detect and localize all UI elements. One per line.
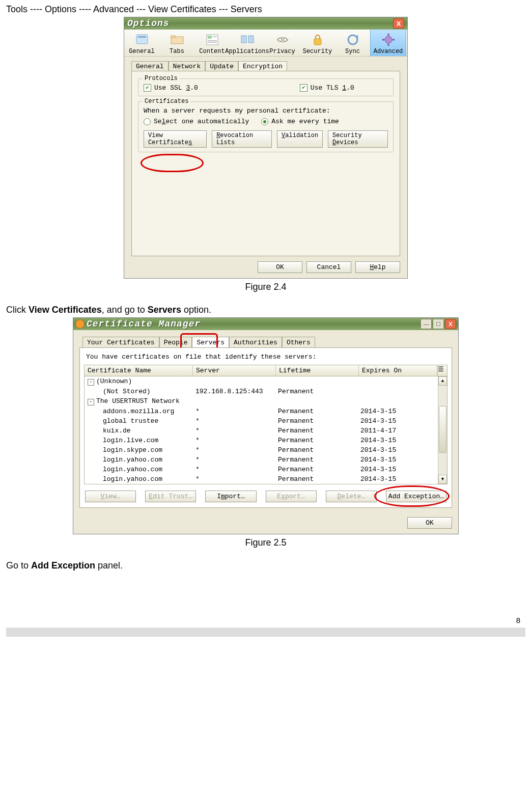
breadcrumb-line: Tools ---- Options ---- Advanced --- Vie… (6, 4, 525, 15)
table-row[interactable]: login.skype.com*Permanent2014-3-15 (85, 445, 438, 455)
options-titlebar: Options X (124, 17, 407, 30)
scroll-thumb[interactable] (439, 406, 446, 453)
security-icon (309, 33, 326, 47)
close-icon[interactable]: X (445, 319, 456, 329)
export-button[interactable]: Export… (266, 491, 317, 502)
security-devices-button[interactable]: Security Devices (328, 130, 388, 148)
edit-trust-button[interactable]: Edit Trust… (145, 491, 196, 502)
tool-security[interactable]: Security (300, 30, 335, 56)
cert-manager-title: Certificate Manager (87, 319, 418, 329)
radio-auto[interactable]: Select one automatically (144, 118, 249, 125)
minimize-icon[interactable]: — (421, 319, 432, 329)
validation-button[interactable]: Validation (277, 130, 323, 148)
svg-point-15 (385, 36, 392, 43)
tab-servers[interactable]: Servers (192, 337, 229, 348)
radio-ask-label: Ask me every time (271, 118, 339, 125)
subtab-update[interactable]: Update (205, 61, 238, 71)
view-certificates-button[interactable]: View Certificates (144, 130, 207, 148)
table-row[interactable]: -The USERTRUST Network (85, 396, 438, 406)
collapse-icon[interactable]: - (88, 399, 94, 405)
options-window: Options X General Tabs Content Applicati… (124, 17, 408, 279)
page-number: 8 (6, 616, 525, 625)
cancel-button[interactable]: Cancel (306, 261, 351, 273)
subtab-network[interactable]: Network (169, 61, 206, 71)
tool-sync[interactable]: Sync (335, 30, 370, 56)
paragraph-3: Go to Add Exception panel. (6, 560, 525, 571)
firefox-icon (75, 319, 85, 329)
delete-button[interactable]: Delete… (326, 491, 377, 502)
scrollbar[interactable]: ▲ ▼ (438, 376, 447, 484)
tab-your-certificates[interactable]: Your Certificates (82, 337, 159, 348)
options-toolbar: General Tabs Content Applications Privac… (124, 30, 407, 57)
col-certificate-name[interactable]: Certificate Name (85, 365, 193, 376)
servers-panel: You have certificates on file that ident… (79, 347, 452, 508)
tls-check-row[interactable]: ✔ Use TLS 1.0 (300, 84, 354, 92)
tool-applications[interactable]: Applications (230, 30, 265, 56)
protocols-legend: Protocols (143, 75, 180, 82)
revocation-lists-button[interactable]: Revocation Lists (212, 130, 272, 148)
maximize-icon[interactable]: ☐ (433, 319, 444, 329)
table-row[interactable]: global trustee*Permanent2014-3-15 (85, 416, 438, 426)
tool-privacy[interactable]: Privacy (265, 30, 300, 56)
radio-icon (261, 118, 268, 125)
close-icon[interactable]: X (393, 18, 404, 29)
certificate-manager-window: Certificate Manager — ☐ X Your Certifica… (73, 317, 459, 534)
subtab-general[interactable]: General (131, 61, 169, 71)
footer-bar (6, 628, 525, 637)
sync-icon (344, 33, 361, 47)
svg-rect-10 (248, 36, 254, 43)
subtab-encryption[interactable]: Encryption (238, 61, 287, 71)
svg-rect-3 (171, 36, 175, 38)
scroll-up-icon[interactable]: ▲ (438, 376, 447, 386)
table-row[interactable]: kuix.de*Permanent2011-4-17 (85, 426, 438, 436)
tool-label: Content (199, 48, 225, 55)
tab-authorities[interactable]: Authorities (229, 337, 282, 348)
ok-button[interactable]: OK (258, 261, 302, 273)
ssl-check-row[interactable]: ✔ Use SSL 3.0 (144, 84, 198, 92)
figure-2-5-caption: Figure 2.5 (6, 537, 525, 548)
certificates-legend: Certificates (143, 98, 190, 105)
encryption-pane: Protocols ✔ Use SSL 3.0 ✔ Use TLS 1.0 Ce… (131, 71, 400, 256)
applications-icon (239, 33, 256, 47)
svg-rect-1 (138, 36, 146, 38)
protocols-group: Protocols ✔ Use SSL 3.0 ✔ Use TLS 1.0 (138, 78, 394, 96)
svg-point-12 (284, 38, 287, 41)
ok-button[interactable]: OK (407, 517, 452, 529)
col-expires-on[interactable]: Expires On (359, 365, 437, 376)
tool-label: Advanced (374, 48, 403, 55)
table-row[interactable]: login.live.com*Permanent2014-3-15 (85, 436, 438, 445)
tool-advanced[interactable]: Advanced (370, 30, 406, 56)
table-row[interactable]: addons.mozilla.org*Permanent2014-3-15 (85, 406, 438, 416)
table-row[interactable]: login.yahoo.com*Permanent2014-3-15 (85, 455, 438, 465)
table-row[interactable]: -(Unknown) (85, 376, 438, 387)
tab-others[interactable]: Others (282, 337, 315, 348)
svg-rect-0 (136, 35, 148, 44)
cert-manager-titlebar: Certificate Manager — ☐ X (73, 318, 458, 330)
col-server[interactable]: Server (193, 365, 276, 376)
tool-tabs[interactable]: Tabs (159, 30, 194, 56)
tool-content[interactable]: Content (194, 30, 230, 56)
tool-label: Security (303, 48, 332, 55)
tool-general[interactable]: General (124, 30, 159, 56)
collapse-icon[interactable]: - (88, 379, 94, 386)
certificates-table: Certificate Name Server Lifetime Expires… (84, 365, 447, 484)
privacy-icon (274, 33, 291, 47)
table-row[interactable]: login.yahoo.com*Permanent2014-3-15 (85, 474, 438, 484)
scroll-down-icon[interactable]: ▼ (438, 475, 447, 484)
figure-2-4-caption: Figure 2.4 (6, 282, 525, 292)
help-button[interactable]: Help (355, 261, 400, 273)
column-picker-icon[interactable]: ☰ (437, 365, 447, 376)
col-lifetime[interactable]: Lifetime (276, 365, 359, 376)
table-row[interactable]: (Not Stored)192.168.8.125:443Permanent (85, 387, 438, 396)
cert-manager-tabs: Your Certificates People Servers Authori… (82, 336, 452, 347)
import-button[interactable]: Import… (205, 491, 256, 502)
certificates-group: Certificates When a server requests my p… (138, 101, 394, 152)
checkbox-icon: ✔ (144, 84, 151, 92)
servers-hint: You have certificates on file that ident… (86, 353, 447, 361)
view-button[interactable]: View… (85, 491, 136, 502)
radio-ask[interactable]: Ask me every time (261, 118, 339, 125)
table-header: Certificate Name Server Lifetime Expires… (85, 365, 447, 376)
radio-icon (144, 118, 151, 125)
table-row[interactable]: login.yahoo.com*Permanent2014-3-15 (85, 465, 438, 474)
tab-people[interactable]: People (159, 337, 192, 348)
